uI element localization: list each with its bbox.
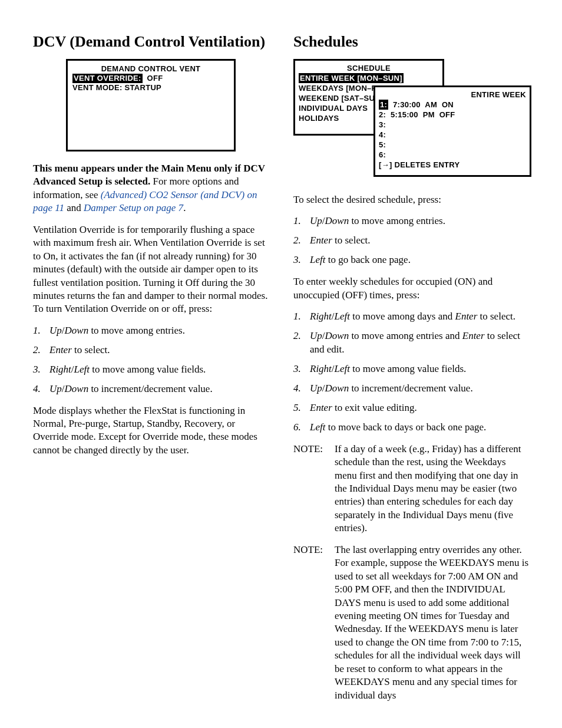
list-item: 3.Right/Left to move among value fields. <box>33 363 269 377</box>
list-item-body: Up/Down to move among entries and Enter … <box>310 330 529 357</box>
dcv-steps-list: 1.Up/Down to move among entries.2.Enter … <box>33 324 269 396</box>
list-item-body: Right/Left to move among days and Enter … <box>310 310 529 324</box>
dcv-para-2: Ventilation Override is for temporarily … <box>33 223 269 316</box>
list-item-body: Right/Left to move among value fields. <box>310 363 529 376</box>
dcv-lcd: DEMAND CONTROL VENT VENT OVERRIDE: OFF V… <box>66 59 236 151</box>
note-2: NOTE: The last overlapping entry overrid… <box>293 543 529 702</box>
list-item-number: 4. <box>293 382 310 396</box>
list-item: 2.Enter to select. <box>293 234 529 248</box>
list-item: 4.Up/Down to increment/decrement value. <box>293 382 529 396</box>
sched-list-1: 1.Up/Down to move among entries.2.Enter … <box>293 215 529 267</box>
list-item-body: Up/Down to move among entries. <box>49 324 269 338</box>
note-1: NOTE: If a day of a week (e.g., Friday) … <box>293 443 529 535</box>
schedule-lcds: SCHEDULE ENTIRE WEEK [MON–SUN] WEEKDAYS … <box>293 59 535 183</box>
list-item: 1.Up/Down to move among entries. <box>33 324 269 338</box>
schedule-back-line1: ENTIRE WEEK [MON–SUN] <box>299 73 439 83</box>
list-item-body: Left to go back one page. <box>310 253 529 267</box>
list-item-body: Left to move back to days or back one pa… <box>310 421 529 434</box>
list-item: 5.Enter to exit value editing. <box>293 401 529 415</box>
list-item-number: 1. <box>293 215 310 228</box>
schedule-front-row: 5: <box>379 140 526 150</box>
lcd-line-1: VENT OVERRIDE: OFF <box>72 74 229 83</box>
list-item-number: 1. <box>293 310 310 324</box>
dcv-para-3: Mode displays whether the FlexStat is fu… <box>33 404 269 457</box>
schedule-front-row: 4: <box>379 130 526 140</box>
list-item-body: Up/Down to increment/decrement value. <box>49 383 269 396</box>
schedule-back-title: SCHEDULE <box>299 63 439 73</box>
list-item-body: Up/Down to move among entries. <box>310 215 529 228</box>
list-item: 3.Right/Left to move among value fields. <box>293 363 529 376</box>
list-item-number: 3. <box>293 363 310 376</box>
sched-list-2: 1.Right/Left to move among days and Ente… <box>293 310 529 434</box>
link-damper-setup[interactable]: Damper Setup on page 7 <box>84 202 183 213</box>
list-item-body: Up/Down to increment/decrement value. <box>310 382 529 396</box>
sched-para-1: To select the desired schedule, press: <box>293 193 529 206</box>
schedule-front-footer: [→] DELETES ENTRY <box>379 160 526 170</box>
schedule-front-title: ENTIRE WEEK <box>379 90 526 100</box>
schedule-front-row: 2: 5:15:00 PM OFF <box>379 110 526 120</box>
list-item-body: Enter to exit value editing. <box>310 401 529 415</box>
list-item: 6.Left to move back to days or back one … <box>293 421 529 434</box>
list-item-number: 5. <box>293 401 310 415</box>
list-item: 1.Right/Left to move among days and Ente… <box>293 310 529 324</box>
dcv-heading: DCV (Demand Control Ventilation) <box>33 33 269 51</box>
lcd-title: DEMAND CONTROL VENT <box>72 64 229 74</box>
lcd-line-2: VENT MODE: STARTUP <box>72 83 229 93</box>
schedule-front-row: 1: 7:30:00 AM ON <box>379 100 526 110</box>
list-item-body: Right/Left to move among value fields. <box>49 363 269 377</box>
list-item-number: 1. <box>33 324 49 338</box>
note-1-label: NOTE: <box>293 443 335 535</box>
schedule-front-row: 3: <box>379 120 526 130</box>
two-column-layout: DCV (Demand Control Ventilation) DEMAND … <box>33 33 529 710</box>
list-item: 3.Left to go back one page. <box>293 253 529 267</box>
list-item: 2.Up/Down to move among entries and Ente… <box>293 330 529 357</box>
list-item-number: 4. <box>33 383 49 396</box>
list-item-number: 3. <box>33 363 49 377</box>
list-item: 4.Up/Down to increment/decrement value. <box>33 383 269 396</box>
list-item-number: 3. <box>293 253 310 267</box>
schedule-front-row: 6: <box>379 150 526 160</box>
list-item-number: 2. <box>293 330 310 357</box>
dcv-intro-para: This menu appears under the Main Menu on… <box>33 162 269 215</box>
note-2-body: The last overlapping entry overrides any… <box>335 543 529 702</box>
schedules-heading: Schedules <box>293 33 529 51</box>
list-item-number: 6. <box>293 421 310 434</box>
note-1-body: If a day of a week (e.g., Friday) has a … <box>335 443 529 535</box>
list-item: 2.Enter to select. <box>33 344 269 357</box>
list-item-number: 2. <box>293 234 310 248</box>
right-column: Schedules SCHEDULE ENTIRE WEEK [MON–SUN]… <box>293 33 529 710</box>
sched-para-2: To enter weekly schedules for occupied (… <box>293 275 529 302</box>
list-item-body: Enter to select. <box>310 234 529 248</box>
list-item-body: Enter to select. <box>49 344 269 357</box>
page: DCV (Demand Control Ventilation) DEMAND … <box>0 0 562 728</box>
note-2-label: NOTE: <box>293 543 335 702</box>
lcd-vent-override-label: VENT OVERRIDE: <box>72 74 143 83</box>
left-column: DCV (Demand Control Ventilation) DEMAND … <box>33 33 269 710</box>
schedule-lcd-front: ENTIRE WEEK 1: 7:30:00 AM ON2: 5:15:00 P… <box>373 85 531 177</box>
list-item: 1.Up/Down to move among entries. <box>293 215 529 228</box>
list-item-number: 2. <box>33 344 49 357</box>
